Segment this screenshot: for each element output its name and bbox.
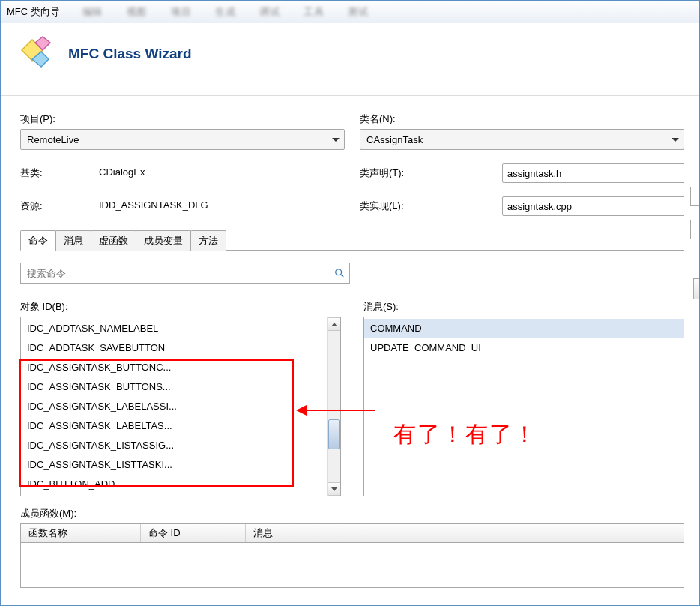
object-ids-label: 对象 ID(B):	[20, 300, 341, 314]
wizard-header: MFC Class Wizard	[1, 23, 699, 96]
project-value: RemoteLive	[27, 134, 79, 146]
list-item[interactable]: IDC_ADDTASK_SAVEBUTTON	[21, 338, 340, 358]
list-item[interactable]: UPDATE_COMMAND_UI	[364, 338, 684, 358]
tab-methods[interactable]: 方法	[190, 230, 226, 250]
tab-strip: 命令 消息 虚函数 成员变量 方法	[20, 230, 684, 250]
list-item[interactable]: IDC_ASSIGNTASK_LABELTAS...	[21, 416, 340, 436]
list-item[interactable]: IDC_BUTTON_ADD	[21, 475, 340, 494]
tab-commands[interactable]: 命令	[20, 230, 56, 250]
project-label: 项目(P):	[20, 112, 345, 126]
chevron-down-icon	[672, 138, 679, 142]
messages-listbox[interactable]: COMMANDUPDATE_COMMAND_UI	[363, 316, 684, 496]
scroll-thumb[interactable]	[328, 419, 340, 449]
base-class-value: CDialogEx	[95, 164, 345, 183]
titlebar-blurred-menu: 编辑 视图 项目 生成 调试 工具 测试	[82, 5, 369, 19]
list-item[interactable]: IDC_ASSIGNTASK_LISTTASKI...	[21, 455, 340, 475]
list-item[interactable]: IDC_ASSIGNTASK_BUTTONC...	[21, 358, 340, 377]
member-functions-list[interactable]	[20, 543, 684, 588]
arrow-up-icon	[331, 322, 337, 326]
impl-dropdown-cutoff[interactable]	[690, 220, 699, 239]
tab-messages[interactable]: 消息	[55, 230, 91, 250]
svg-line-4	[341, 274, 344, 278]
member-functions-header: 函数名称 命令 ID 消息	[20, 524, 684, 543]
window-title: MFC 类向导	[7, 5, 60, 19]
arrow-down-icon	[331, 488, 337, 491]
search-input[interactable]	[27, 268, 334, 279]
scroll-track[interactable]	[328, 331, 340, 482]
class-value: CAssignTask	[366, 134, 423, 146]
object-ids-listbox[interactable]: IDC_ADDTASK_NAMELABELIDC_ADDTASK_SAVEBUT…	[20, 316, 341, 496]
col-command-id[interactable]: 命令 ID	[141, 524, 246, 542]
side-button-cutoff[interactable]	[693, 278, 699, 299]
scroll-down-button[interactable]	[328, 482, 340, 496]
declaration-value[interactable]: assigntask.h	[502, 164, 684, 183]
project-combo[interactable]: RemoteLive	[20, 129, 345, 150]
wizard-title: MFC Class Wizard	[68, 46, 192, 62]
svg-point-3	[336, 269, 342, 275]
decl-dropdown-cutoff[interactable]	[690, 187, 699, 206]
wizard-icon	[16, 34, 56, 74]
tab-virtual[interactable]: 虚函数	[91, 230, 136, 250]
list-item[interactable]: IDC_ASSIGNTASK_BUTTONS...	[21, 377, 340, 397]
implementation-value[interactable]: assigntask.cpp	[502, 196, 684, 216]
class-label: 类名(N):	[360, 112, 684, 126]
resource-label: 资源:	[20, 200, 95, 213]
scrollbar[interactable]	[327, 317, 340, 496]
col-function-name[interactable]: 函数名称	[21, 524, 141, 542]
list-item[interactable]: IDC_ASSIGNTASK_LISTASSIG...	[21, 436, 340, 455]
col-message[interactable]: 消息	[246, 524, 684, 542]
tab-members[interactable]: 成员变量	[136, 230, 191, 250]
base-class-label: 基类:	[20, 166, 95, 180]
resource-value: IDD_ASSIGNTASK_DLG	[95, 196, 345, 216]
list-item[interactable]: IDC_ADDTASK_NAMELABEL	[21, 319, 340, 338]
search-commands[interactable]	[20, 262, 350, 284]
titlebar[interactable]: MFC 类向导 编辑 视图 项目 生成 调试 工具 测试	[1, 1, 699, 23]
list-item[interactable]: IDC_ASSIGNTASK_LABELASSI...	[21, 397, 340, 416]
scroll-up-button[interactable]	[328, 317, 340, 331]
messages-label: 消息(S):	[363, 300, 684, 314]
wizard-window: MFC 类向导 编辑 视图 项目 生成 调试 工具 测试 MFC Class W…	[0, 0, 700, 606]
list-item[interactable]: COMMAND	[364, 319, 684, 338]
search-icon	[334, 268, 345, 278]
declaration-label: 类声明(T):	[360, 166, 502, 180]
chevron-down-icon	[332, 138, 340, 142]
class-combo[interactable]: CAssignTask	[360, 129, 684, 150]
member-functions-label: 成员函数(M):	[20, 507, 684, 520]
implementation-label: 类实现(L):	[360, 200, 502, 213]
